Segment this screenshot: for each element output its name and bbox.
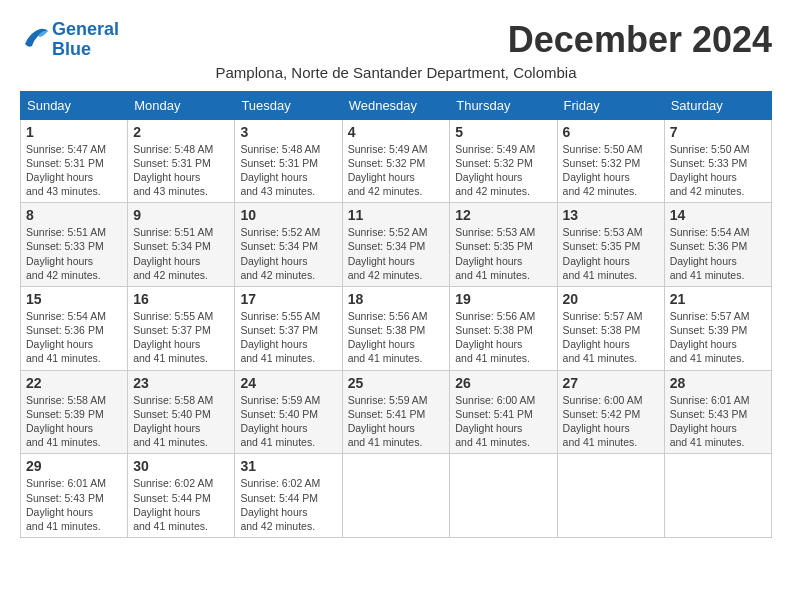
list-item: 30 Sunrise: 6:02 AM Sunset: 5:44 PM Dayl… (128, 454, 235, 538)
logo: General Blue (20, 20, 119, 60)
list-item: 2 Sunrise: 5:48 AM Sunset: 5:31 PM Dayli… (128, 119, 235, 203)
day-number: 15 (26, 291, 122, 307)
day-info: Sunrise: 5:56 AM Sunset: 5:38 PM Dayligh… (348, 309, 445, 366)
list-item: 22 Sunrise: 5:58 AM Sunset: 5:39 PM Dayl… (21, 370, 128, 454)
day-number: 2 (133, 124, 229, 140)
day-number: 3 (240, 124, 336, 140)
day-info: Sunrise: 5:57 AM Sunset: 5:38 PM Dayligh… (563, 309, 659, 366)
day-number: 1 (26, 124, 122, 140)
day-number: 30 (133, 458, 229, 474)
list-item: 4 Sunrise: 5:49 AM Sunset: 5:32 PM Dayli… (342, 119, 450, 203)
day-number: 11 (348, 207, 445, 223)
day-info: Sunrise: 5:52 AM Sunset: 5:34 PM Dayligh… (348, 225, 445, 282)
list-item: 5 Sunrise: 5:49 AM Sunset: 5:32 PM Dayli… (450, 119, 557, 203)
day-info: Sunrise: 5:51 AM Sunset: 5:33 PM Dayligh… (26, 225, 122, 282)
list-item (664, 454, 771, 538)
day-number: 28 (670, 375, 766, 391)
day-number: 9 (133, 207, 229, 223)
day-info: Sunrise: 6:00 AM Sunset: 5:41 PM Dayligh… (455, 393, 551, 450)
day-info: Sunrise: 6:01 AM Sunset: 5:43 PM Dayligh… (670, 393, 766, 450)
day-number: 23 (133, 375, 229, 391)
day-number: 25 (348, 375, 445, 391)
col-wednesday: Wednesday (342, 91, 450, 119)
calendar-table: Sunday Monday Tuesday Wednesday Thursday… (20, 91, 772, 538)
day-info: Sunrise: 6:01 AM Sunset: 5:43 PM Dayligh… (26, 476, 122, 533)
list-item (450, 454, 557, 538)
day-info: Sunrise: 5:58 AM Sunset: 5:40 PM Dayligh… (133, 393, 229, 450)
day-info: Sunrise: 5:53 AM Sunset: 5:35 PM Dayligh… (563, 225, 659, 282)
list-item: 6 Sunrise: 5:50 AM Sunset: 5:32 PM Dayli… (557, 119, 664, 203)
day-number: 13 (563, 207, 659, 223)
list-item: 10 Sunrise: 5:52 AM Sunset: 5:34 PM Dayl… (235, 203, 342, 287)
list-item: 3 Sunrise: 5:48 AM Sunset: 5:31 PM Dayli… (235, 119, 342, 203)
list-item: 16 Sunrise: 5:55 AM Sunset: 5:37 PM Dayl… (128, 286, 235, 370)
day-info: Sunrise: 5:51 AM Sunset: 5:34 PM Dayligh… (133, 225, 229, 282)
list-item: 29 Sunrise: 6:01 AM Sunset: 5:43 PM Dayl… (21, 454, 128, 538)
day-number: 27 (563, 375, 659, 391)
day-number: 20 (563, 291, 659, 307)
day-number: 14 (670, 207, 766, 223)
col-sunday: Sunday (21, 91, 128, 119)
day-info: Sunrise: 5:59 AM Sunset: 5:41 PM Dayligh… (348, 393, 445, 450)
list-item: 19 Sunrise: 5:56 AM Sunset: 5:38 PM Dayl… (450, 286, 557, 370)
list-item: 24 Sunrise: 5:59 AM Sunset: 5:40 PM Dayl… (235, 370, 342, 454)
day-number: 6 (563, 124, 659, 140)
day-info: Sunrise: 5:56 AM Sunset: 5:38 PM Dayligh… (455, 309, 551, 366)
day-info: Sunrise: 5:50 AM Sunset: 5:32 PM Dayligh… (563, 142, 659, 199)
header-row: Sunday Monday Tuesday Wednesday Thursday… (21, 91, 772, 119)
day-info: Sunrise: 5:48 AM Sunset: 5:31 PM Dayligh… (240, 142, 336, 199)
col-monday: Monday (128, 91, 235, 119)
day-info: Sunrise: 5:53 AM Sunset: 5:35 PM Dayligh… (455, 225, 551, 282)
col-tuesday: Tuesday (235, 91, 342, 119)
list-item: 12 Sunrise: 5:53 AM Sunset: 5:35 PM Dayl… (450, 203, 557, 287)
col-saturday: Saturday (664, 91, 771, 119)
day-info: Sunrise: 5:49 AM Sunset: 5:32 PM Dayligh… (348, 142, 445, 199)
day-number: 29 (26, 458, 122, 474)
table-row: 29 Sunrise: 6:01 AM Sunset: 5:43 PM Dayl… (21, 454, 772, 538)
list-item: 31 Sunrise: 6:02 AM Sunset: 5:44 PM Dayl… (235, 454, 342, 538)
day-info: Sunrise: 5:50 AM Sunset: 5:33 PM Dayligh… (670, 142, 766, 199)
day-number: 19 (455, 291, 551, 307)
list-item: 17 Sunrise: 5:55 AM Sunset: 5:37 PM Dayl… (235, 286, 342, 370)
day-number: 7 (670, 124, 766, 140)
list-item: 1 Sunrise: 5:47 AM Sunset: 5:31 PM Dayli… (21, 119, 128, 203)
day-info: Sunrise: 5:59 AM Sunset: 5:40 PM Dayligh… (240, 393, 336, 450)
table-row: 22 Sunrise: 5:58 AM Sunset: 5:39 PM Dayl… (21, 370, 772, 454)
list-item: 20 Sunrise: 5:57 AM Sunset: 5:38 PM Dayl… (557, 286, 664, 370)
list-item: 23 Sunrise: 5:58 AM Sunset: 5:40 PM Dayl… (128, 370, 235, 454)
col-thursday: Thursday (450, 91, 557, 119)
day-info: Sunrise: 5:55 AM Sunset: 5:37 PM Dayligh… (240, 309, 336, 366)
list-item: 28 Sunrise: 6:01 AM Sunset: 5:43 PM Dayl… (664, 370, 771, 454)
list-item: 11 Sunrise: 5:52 AM Sunset: 5:34 PM Dayl… (342, 203, 450, 287)
day-info: Sunrise: 6:02 AM Sunset: 5:44 PM Dayligh… (133, 476, 229, 533)
day-info: Sunrise: 5:47 AM Sunset: 5:31 PM Dayligh… (26, 142, 122, 199)
day-number: 10 (240, 207, 336, 223)
page-header: General Blue December 2024 (20, 20, 772, 60)
day-number: 24 (240, 375, 336, 391)
day-number: 8 (26, 207, 122, 223)
table-row: 1 Sunrise: 5:47 AM Sunset: 5:31 PM Dayli… (21, 119, 772, 203)
day-number: 4 (348, 124, 445, 140)
day-number: 12 (455, 207, 551, 223)
day-info: Sunrise: 5:49 AM Sunset: 5:32 PM Dayligh… (455, 142, 551, 199)
list-item: 9 Sunrise: 5:51 AM Sunset: 5:34 PM Dayli… (128, 203, 235, 287)
table-row: 8 Sunrise: 5:51 AM Sunset: 5:33 PM Dayli… (21, 203, 772, 287)
logo-icon (20, 24, 50, 52)
day-number: 16 (133, 291, 229, 307)
day-number: 18 (348, 291, 445, 307)
location-title: Pamplona, Norte de Santander Department,… (20, 64, 772, 81)
day-info: Sunrise: 6:02 AM Sunset: 5:44 PM Dayligh… (240, 476, 336, 533)
list-item (342, 454, 450, 538)
day-info: Sunrise: 5:57 AM Sunset: 5:39 PM Dayligh… (670, 309, 766, 366)
list-item: 7 Sunrise: 5:50 AM Sunset: 5:33 PM Dayli… (664, 119, 771, 203)
day-number: 17 (240, 291, 336, 307)
logo-text2: Blue (52, 40, 119, 60)
logo-text: General (52, 20, 119, 40)
day-info: Sunrise: 5:54 AM Sunset: 5:36 PM Dayligh… (26, 309, 122, 366)
day-number: 5 (455, 124, 551, 140)
list-item: 27 Sunrise: 6:00 AM Sunset: 5:42 PM Dayl… (557, 370, 664, 454)
day-number: 31 (240, 458, 336, 474)
list-item: 15 Sunrise: 5:54 AM Sunset: 5:36 PM Dayl… (21, 286, 128, 370)
month-title: December 2024 (508, 20, 772, 60)
list-item: 13 Sunrise: 5:53 AM Sunset: 5:35 PM Dayl… (557, 203, 664, 287)
